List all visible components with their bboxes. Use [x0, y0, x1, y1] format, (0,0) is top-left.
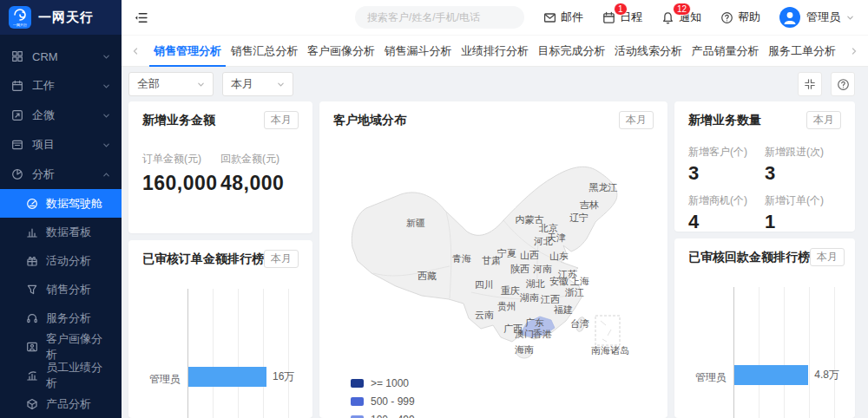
period-select[interactable]: 本月 [222, 72, 293, 96]
board-chart-icon [26, 226, 38, 238]
scope-select[interactable]: 全部 [128, 72, 214, 96]
tabs: 销售管理分析销售汇总分析客户画像分析销售漏斗分析业绩排行分析目标完成分析活动线索… [142, 36, 847, 67]
province-label-澳门: 澳门 [515, 328, 534, 341]
sidebar-item-2[interactable]: 企微 [0, 101, 122, 130]
sidebar-subitem-3[interactable]: 销售分析 [0, 275, 122, 304]
order-bar-chart: 管理员 16万 [142, 289, 299, 408]
province-label-山西: 山西 [520, 249, 539, 262]
province-label-海南: 海南 [515, 343, 534, 356]
sidebar-item-4[interactable]: 分析 [0, 160, 122, 189]
period-badge: 本月 [806, 111, 841, 129]
fullscreen-button[interactable] [798, 72, 822, 96]
metric: 回款金额(元)48,000 [220, 152, 299, 195]
mail-icon [543, 11, 556, 24]
sidebar-subitem-1[interactable]: 数据看板 [0, 218, 122, 246]
tab-0[interactable]: 销售管理分析 [149, 36, 226, 67]
main-area: 邮件日程1通知12帮助 管理员 销售管理分析销售汇总分析客户画像分析销售漏斗分析… [122, 0, 868, 418]
legend-label: 100 - 499 [371, 414, 415, 418]
metric-label: 新增客户(个) [688, 145, 765, 160]
admin-avatar [779, 7, 800, 28]
sidebar-menu: CRM工作企微项目分析数据驾驶舱数据看板活动分析销售分析服务分析客户画像分析员工… [0, 35, 122, 418]
sidebar-item-3[interactable]: 项目 [0, 130, 122, 160]
chart-plot-area: 16万 [187, 289, 297, 418]
header-action-1[interactable]: 日程1 [602, 10, 642, 25]
header-action-2[interactable]: 通知12 [661, 10, 701, 25]
right-column: 新增业务数量 本月 新增客户(个)3新增跟进(次)3新增商机(个)4新增订单(个… [674, 101, 855, 418]
province-label-湖南: 湖南 [520, 291, 539, 304]
card-new-business-count: 新增业务数量 本月 新增客户(个)3新增跟进(次)3新增商机(个)4新增订单(个… [674, 101, 855, 232]
sidebar-subitem-6[interactable]: 员工业绩分析 [0, 361, 122, 389]
tab-2[interactable]: 客户画像分析 [303, 36, 379, 67]
map-legend: >= 1000500 - 999100 - 499 [351, 377, 415, 418]
province-label-吉林: 吉林 [580, 199, 599, 212]
work-calendar-icon [11, 80, 23, 92]
province-label-河北: 河北 [534, 235, 553, 248]
notification-badge: 1 [614, 3, 628, 16]
province-label-湖北: 湖北 [526, 278, 545, 291]
metric-label: 订单金额(元) [142, 152, 220, 167]
bar-value-label: 4.8万 [814, 368, 839, 382]
chevron-down-icon [846, 14, 854, 22]
sidebar-subitem-5[interactable]: 客户画像分析 [0, 332, 122, 361]
province-label-浙江: 浙江 [565, 286, 584, 299]
metric-label: 新增订单(个) [765, 193, 841, 208]
metric-value: 3 [765, 162, 841, 185]
sidebar-subitem-2[interactable]: 活动分析 [0, 246, 122, 275]
tab-1[interactable]: 销售汇总分析 [227, 36, 303, 67]
search-input[interactable] [355, 6, 524, 29]
chevron-up-icon [102, 171, 110, 179]
logo: 一网天行 一网天行 [0, 0, 122, 35]
funnel-icon [26, 284, 38, 296]
sidebar-subitem-0[interactable]: 数据驾驶舱 [0, 189, 122, 218]
china-map: 新疆黑龙江吉林辽宁内蒙古北京天津河北宁夏山西山东甘肃青海陕西河南江苏西藏四川湖北… [319, 101, 667, 418]
headset-icon [26, 312, 38, 324]
tab-8[interactable]: 服务工单分析 [764, 36, 840, 67]
dashboard-gauge-icon [26, 198, 38, 210]
card-order-amount-ranking: 已审核订单金额排行榜 本月 管理员 16万 [128, 240, 312, 418]
legend-swatch [351, 379, 364, 388]
province-label-四川: 四川 [475, 278, 494, 291]
province-label-黑龙江: 黑龙江 [589, 181, 618, 194]
tabs-scroll-left-icon[interactable] [128, 47, 142, 56]
tab-5[interactable]: 目标完成分析 [534, 36, 610, 67]
chevron-down-icon [277, 81, 285, 88]
user-menu[interactable]: 管理员 [779, 7, 854, 28]
province-label-云南: 云南 [475, 309, 494, 322]
province-label-香港: 香港 [533, 328, 552, 341]
fullscreen-icon [804, 78, 816, 90]
metric: 新增订单(个)1 [765, 193, 841, 232]
metric: 新增跟进(次)3 [765, 145, 841, 185]
menu-fold-icon[interactable] [134, 10, 148, 25]
tabs-scroll-right-icon[interactable] [847, 47, 861, 56]
tab-3[interactable]: 销售漏斗分析 [380, 36, 457, 67]
help-icon [720, 11, 733, 24]
metric-value: 160,000 [142, 172, 220, 195]
tab-4[interactable]: 业绩排行分析 [457, 36, 533, 67]
sidebar-item-1[interactable]: 工作 [0, 71, 122, 101]
header-action-3[interactable]: 帮助 [720, 10, 760, 25]
bar-category-label: 管理员 [688, 370, 727, 385]
amount-metrics: 订单金额(元)160,000回款金额(元)48,000 [142, 152, 299, 195]
province-label-青海: 青海 [452, 252, 471, 265]
help-button[interactable] [831, 72, 855, 96]
bar-category-label: 管理员 [142, 372, 181, 387]
project-icon [11, 139, 23, 151]
sidebar-subitem-7[interactable]: 产品分析 [0, 389, 122, 418]
card-new-business-amount: 新增业务金额 本月 订单金额(元)160,000回款金额(元)48,000 [128, 101, 312, 233]
metric-label: 回款金额(元) [220, 152, 299, 167]
metric-value: 48,000 [220, 172, 299, 195]
tab-7[interactable]: 产品销量分析 [687, 36, 764, 67]
legend-label: 500 - 999 [371, 395, 415, 408]
period-badge: 本月 [619, 111, 654, 129]
tab-6[interactable]: 活动线索分析 [610, 36, 687, 67]
header-action-0[interactable]: 邮件 [543, 10, 583, 25]
sidebar: 一网天行 一网天行 CRM工作企微项目分析数据驾驶舱数据看板活动分析销售分析服务… [0, 0, 122, 418]
payment-amount-bar [734, 365, 808, 385]
analysis-tabbar: 销售管理分析销售汇总分析客户画像分析销售漏斗分析业绩排行分析目标完成分析活动线索… [122, 35, 868, 67]
notification-badge: 12 [673, 3, 691, 16]
metric-label: 新增商机(个) [688, 193, 765, 208]
metric-label: 新增跟进(次) [765, 145, 841, 160]
sidebar-item-crm[interactable]: CRM [0, 42, 122, 71]
header-actions: 邮件日程1通知12帮助 [543, 10, 760, 25]
sidebar-subitem-4[interactable]: 服务分析 [0, 304, 122, 332]
